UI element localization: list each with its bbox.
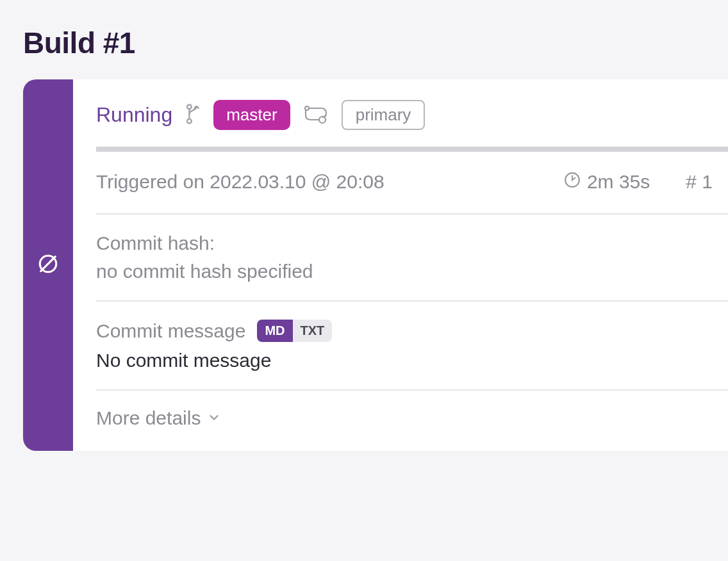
toggle-txt-button[interactable]: TXT	[293, 320, 333, 342]
card-body: Running master primary	[73, 79, 728, 451]
svg-point-6	[319, 117, 326, 123]
branch-badge[interactable]: master	[213, 100, 290, 130]
running-icon	[37, 253, 59, 277]
commit-message-value: No commit message	[96, 350, 725, 371]
more-details-label: More details	[96, 407, 201, 429]
progress-bar	[96, 147, 728, 152]
clock-icon	[564, 171, 581, 193]
workflow-icon	[302, 103, 330, 127]
status-label: Running	[96, 103, 172, 127]
status-strip	[23, 79, 73, 451]
chevron-down-icon	[207, 407, 221, 429]
meta-row: Triggered on 2022.03.10 @ 20:08 2m 35s #…	[96, 152, 728, 215]
page-title: Build #1	[0, 0, 728, 79]
build-card: Running master primary	[23, 79, 728, 451]
build-number: # 1	[686, 171, 725, 193]
commit-hash-section: Commit hash: no commit hash specified	[96, 215, 728, 302]
triggered-text: Triggered on 2022.03.10 @ 20:08	[96, 171, 528, 193]
workflow-badge[interactable]: primary	[342, 100, 426, 130]
commit-message-section: Commit message MD TXT No commit message	[96, 302, 728, 391]
format-toggle: MD TXT	[257, 320, 332, 342]
more-details-toggle[interactable]: More details	[96, 391, 728, 432]
commit-hash-label: Commit hash:	[96, 232, 725, 254]
duration-group: 2m 35s	[564, 171, 650, 193]
commit-hash-value: no commit hash specified	[96, 261, 725, 282]
toggle-md-button[interactable]: MD	[257, 320, 292, 342]
branch-icon	[184, 102, 202, 128]
status-row: Running master primary	[96, 100, 728, 147]
duration-text: 2m 35s	[587, 171, 650, 193]
commit-message-label: Commit message	[96, 320, 245, 342]
